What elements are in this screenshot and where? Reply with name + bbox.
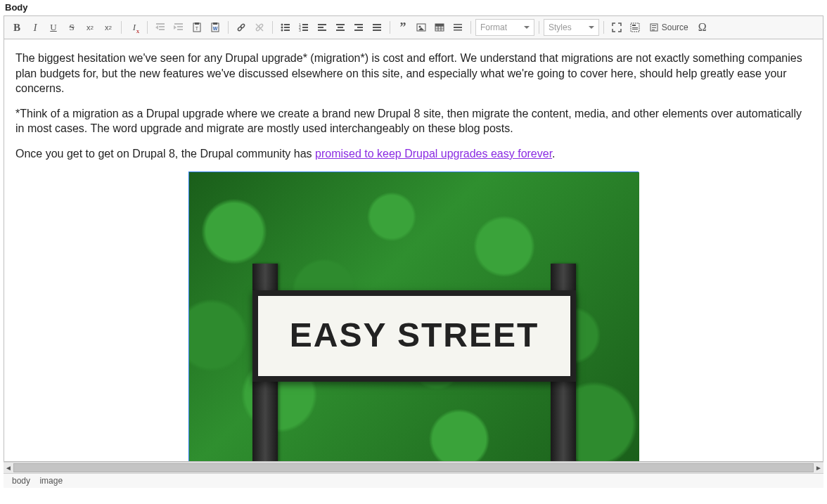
svg-rect-4	[174, 23, 183, 25]
horizontal-scrollbar[interactable]: ◄ ►	[4, 462, 823, 473]
table-button[interactable]	[431, 19, 448, 36]
svg-rect-34	[336, 24, 345, 25]
svg-rect-39	[354, 30, 363, 31]
unlink-button[interactable]	[251, 19, 268, 36]
styles-combo[interactable]: Styles	[544, 19, 599, 36]
align-justify-button[interactable]	[368, 19, 385, 36]
svg-rect-52	[454, 24, 462, 25]
source-icon	[649, 22, 659, 32]
strikethrough-button[interactable]: S	[63, 19, 80, 36]
maximize-button[interactable]	[608, 19, 625, 36]
svg-rect-41	[373, 27, 381, 28]
svg-rect-58	[632, 29, 638, 30]
content-link[interactable]: promised to keep Drupal upgrades easy fo…	[315, 148, 552, 160]
svg-rect-35	[338, 27, 343, 28]
format-combo[interactable]: Format	[475, 19, 534, 36]
svg-rect-57	[632, 27, 638, 28]
svg-marker-7	[174, 25, 177, 30]
toolbar-separator	[228, 21, 229, 34]
align-left-button[interactable]	[314, 19, 331, 36]
toolbar-separator	[121, 21, 122, 34]
svg-rect-56	[632, 25, 636, 26]
svg-rect-22	[284, 24, 290, 25]
remove-format-button[interactable]: Ix	[126, 19, 143, 36]
superscript-button[interactable]: x2	[82, 19, 98, 36]
format-combo-label: Format	[480, 22, 507, 32]
scroll-right-icon[interactable]: ►	[814, 463, 823, 473]
styles-combo-label: Styles	[549, 22, 572, 32]
paste-text-button[interactable]: T	[188, 19, 205, 36]
horizontal-line-button[interactable]	[449, 19, 466, 36]
svg-rect-32	[318, 27, 323, 28]
svg-rect-36	[336, 30, 345, 31]
svg-text:T: T	[195, 26, 199, 31]
scroll-left-icon[interactable]: ◄	[4, 463, 13, 473]
svg-rect-9	[195, 22, 199, 25]
svg-rect-37	[354, 24, 363, 25]
svg-rect-28	[302, 24, 308, 25]
svg-rect-6	[177, 29, 183, 30]
svg-rect-30	[302, 30, 308, 31]
svg-rect-62	[652, 30, 655, 30]
image-button[interactable]	[413, 19, 430, 36]
embedded-image[interactable]: EASY STREET	[189, 172, 639, 461]
content-paragraph[interactable]: The biggest hesitation we've seen for an…	[15, 51, 812, 96]
numbered-list-button[interactable]: 123	[295, 19, 312, 36]
editor-content[interactable]: The biggest hesitation we've seen for an…	[4, 39, 823, 461]
path-item-body[interactable]: body	[12, 476, 30, 486]
svg-rect-23	[284, 27, 290, 28]
svg-point-20	[281, 27, 283, 29]
toolbar-separator	[272, 21, 273, 34]
caret-down-icon	[524, 26, 530, 29]
content-paragraph[interactable]: *Think of a migration as a Drupal upgrad…	[15, 106, 812, 136]
svg-point-14	[237, 26, 242, 31]
underline-button[interactable]: U	[45, 19, 62, 36]
svg-point-21	[281, 30, 283, 32]
svg-rect-1	[159, 26, 165, 27]
svg-point-19	[281, 24, 283, 26]
ckeditor: B I U S x2 x2 Ix T W	[4, 15, 823, 462]
scroll-thumb[interactable]	[13, 463, 814, 472]
bold-button[interactable]: B	[8, 19, 25, 36]
blockquote-button[interactable]: ”	[395, 19, 411, 36]
special-char-button[interactable]: Ω	[694, 19, 711, 36]
svg-rect-5	[177, 26, 183, 27]
svg-point-15	[240, 23, 245, 28]
svg-rect-54	[454, 30, 462, 31]
field-label-body: Body	[1, 1, 826, 15]
align-right-button[interactable]	[350, 19, 367, 36]
toolbar-separator	[470, 21, 471, 34]
svg-rect-38	[357, 27, 363, 28]
source-button[interactable]: Source	[645, 19, 693, 36]
toolbar-separator	[147, 21, 148, 34]
svg-rect-12	[213, 22, 217, 25]
paste-word-button[interactable]: W	[207, 19, 224, 36]
toolbar-separator	[539, 21, 539, 34]
elements-path-bar: body image	[4, 473, 823, 488]
toolbar-separator	[390, 21, 390, 34]
svg-text:W: W	[213, 26, 218, 31]
content-paragraph[interactable]: Once you get to get on Drupal 8, the Dru…	[15, 146, 812, 162]
subscript-button[interactable]: x2	[100, 19, 117, 36]
svg-text:3: 3	[299, 28, 301, 32]
svg-rect-60	[652, 25, 656, 26]
text-run: Once you get to get on Drupal 8, the Dru…	[15, 148, 315, 160]
svg-rect-51	[435, 24, 444, 26]
link-button[interactable]	[233, 19, 250, 36]
image-sign-text: EASY STREET	[252, 290, 576, 382]
path-item-image[interactable]: image	[39, 476, 63, 486]
svg-rect-31	[318, 24, 326, 25]
selected-image-block[interactable]: EASY STREET Image by Pete Linforth from …	[188, 172, 639, 461]
show-blocks-button[interactable]	[627, 19, 643, 36]
svg-rect-0	[156, 23, 165, 25]
indent-button[interactable]	[170, 19, 187, 36]
svg-rect-2	[159, 29, 165, 30]
svg-rect-42	[373, 30, 381, 31]
bulleted-list-button[interactable]	[277, 19, 294, 36]
editor-toolbar: B I U S x2 x2 Ix T W	[4, 16, 823, 39]
svg-rect-53	[454, 27, 462, 28]
svg-point-44	[419, 26, 421, 28]
align-center-button[interactable]	[332, 19, 349, 36]
italic-button[interactable]: I	[27, 19, 44, 36]
outdent-button[interactable]	[152, 19, 169, 36]
